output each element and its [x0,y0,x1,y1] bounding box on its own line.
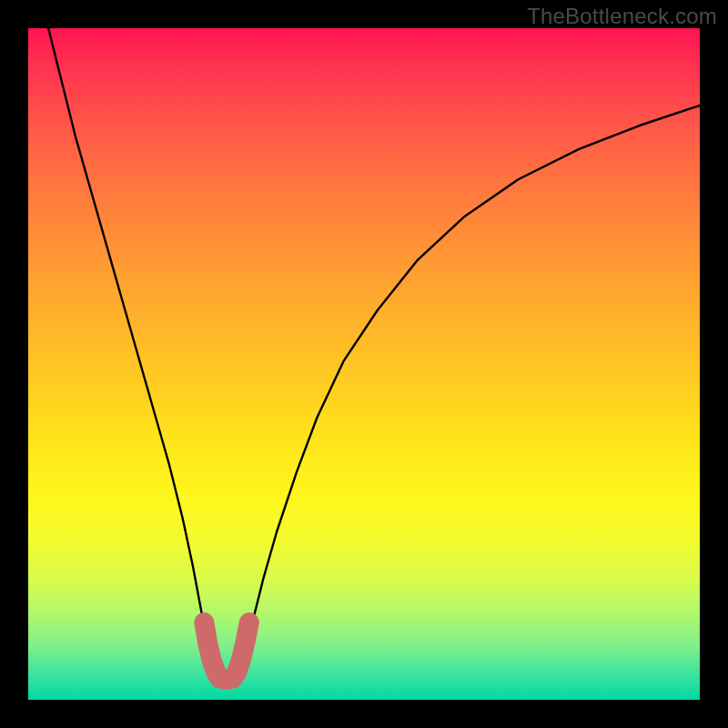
curve-svg [28,28,700,700]
main-curve [48,28,700,683]
chart-frame: TheBottleneck.com [0,0,728,728]
highlight-segment [204,622,248,680]
watermark-text: TheBottleneck.com [527,4,717,29]
plot-area [28,28,700,700]
